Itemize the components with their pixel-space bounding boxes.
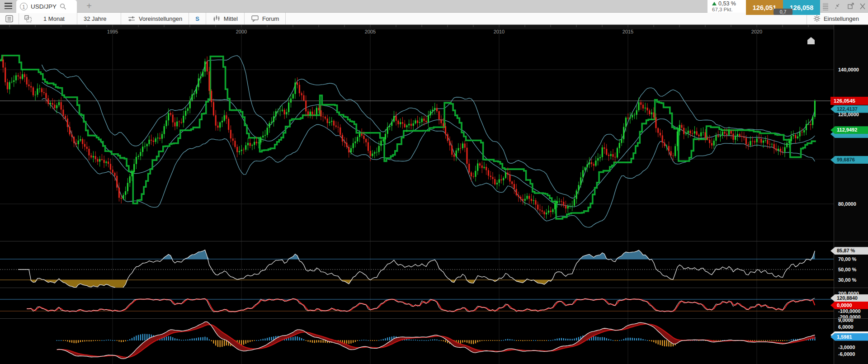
order-list-button[interactable] [0, 13, 19, 24]
chart-toolbar: 1 Monat 32 Jahre Voreinstellungen S Mitt… [0, 13, 868, 25]
axis-label: -3,0000 [838, 345, 855, 350]
year-label: 2015 [623, 29, 633, 34]
instrument-symbol: USD/JPY [31, 3, 57, 10]
macd-pane-svg[interactable] [0, 319, 834, 364]
presets-label: Voreinstellungen [139, 15, 182, 22]
rsi-value-badge: 85,87 % [830, 247, 868, 255]
momentum-pane-svg[interactable] [0, 288, 834, 318]
pane-separator [0, 288, 868, 288]
change-points: 67,3 Pkt. [712, 7, 732, 12]
pane-separator [0, 241, 868, 241]
compare-layout-button[interactable] [19, 13, 37, 24]
presets-button[interactable]: Voreinstellungen [121, 13, 189, 24]
axis-label: -6,0000 [838, 351, 855, 357]
chart-region[interactable]: 140,0000120,0000100,000080,000070,00 %50… [0, 25, 868, 364]
year-label: 1995 [107, 29, 118, 34]
price-pane-svg[interactable]: 199520002005201020152020 [0, 25, 834, 241]
trailing-stop-line [0, 56, 816, 219]
gear-icon [813, 15, 821, 22]
year-label: 2005 [365, 29, 376, 34]
tab-number-badge: 1 [20, 3, 28, 10]
drag-handle[interactable] [822, 2, 829, 11]
pane-separator [0, 318, 868, 319]
range-button[interactable]: 32 Jahre [77, 13, 121, 24]
main-menu-button[interactable] [3, 1, 14, 11]
candlestick-icon [212, 15, 221, 22]
close-icon[interactable] [858, 2, 868, 10]
rsi-pane-svg[interactable] [0, 241, 834, 288]
change-box: 0,53 % 67,3 Pkt. [708, 0, 746, 13]
open-new-window-icon[interactable] [846, 2, 856, 10]
period-button[interactable]: 1 Monat [37, 13, 77, 24]
add-tab-button[interactable]: + [82, 0, 96, 13]
rsi-line [18, 250, 815, 288]
search-icon[interactable] [60, 3, 66, 10]
axis-label: 80,0000 [838, 201, 856, 207]
top-tab-bar: 1 USD/JPY + 0,53 % 67,3 Pkt. 126,051 126… [0, 0, 868, 13]
trail-stop-badge: 112,9492 [830, 126, 868, 134]
axis-label: 140,0000 [838, 67, 859, 72]
period-label: 1 Monat [43, 15, 65, 22]
settings-label: Einstellungen [824, 15, 859, 22]
momentum-main-line [27, 299, 815, 312]
collapse-window-icon[interactable] [833, 2, 843, 10]
band-lower-badge: 99,6876 [830, 156, 868, 164]
toolbar-divider [285, 13, 286, 24]
axis-label: 30,00 % [838, 277, 856, 283]
axis-label: 50,00 % [838, 267, 856, 272]
year-label: 2000 [236, 29, 247, 34]
momentum-signal-badge: 0,0000 [830, 302, 868, 309]
axis-label: -100,0000 [838, 308, 861, 314]
style-button[interactable]: S [189, 13, 206, 24]
forum-bubble-icon [251, 15, 259, 22]
instrument-tab[interactable]: 1 USD/JPY [16, 0, 77, 13]
momentum-value-badge: 120,8840 [830, 294, 868, 302]
style-label: S [195, 15, 199, 22]
last-price-badge: 126,0545 [830, 97, 868, 105]
range-label: 32 Jahre [84, 15, 107, 22]
change-percent: 0,53 % [718, 0, 736, 7]
notes-icon [5, 15, 14, 23]
sliders-icon [127, 15, 136, 22]
year-label: 2020 [751, 29, 762, 34]
spread-badge: 0,7 [774, 9, 793, 15]
mean-button[interactable]: Mittel [206, 13, 244, 24]
up-triangle-icon [712, 2, 717, 5]
macd-hist-badge: 1,5981 [830, 333, 868, 341]
year-label: 2010 [494, 29, 505, 34]
band-upper-badge: 122,4137 [830, 105, 868, 113]
axis-label: 6,0000 [838, 324, 854, 330]
forum-button[interactable]: Forum [245, 13, 286, 24]
axis-label: 70,00 % [838, 256, 856, 262]
mean-label: Mittel [224, 15, 238, 22]
forum-label: Forum [262, 15, 279, 22]
price-axis-column[interactable]: 140,0000120,0000100,000080,000070,00 %50… [834, 25, 868, 364]
layout-icon [24, 15, 32, 23]
